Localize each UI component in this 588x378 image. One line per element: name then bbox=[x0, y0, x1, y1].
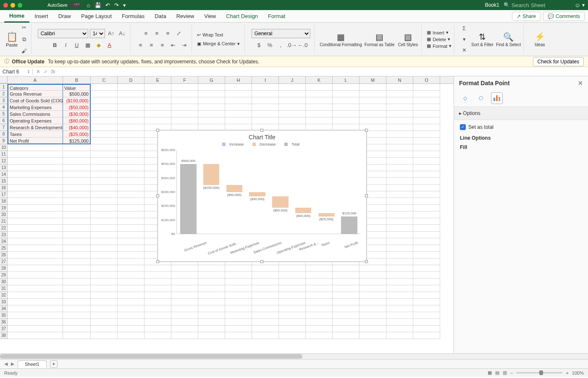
redo-icon[interactable]: ↷ bbox=[114, 2, 119, 8]
cell[interactable] bbox=[225, 305, 252, 312]
row-header[interactable]: 16 bbox=[0, 185, 8, 191]
cell[interactable] bbox=[144, 292, 171, 299]
cell[interactable] bbox=[413, 279, 440, 285]
cell[interactable] bbox=[63, 198, 91, 205]
row-header[interactable]: 36 bbox=[0, 319, 8, 326]
cell[interactable] bbox=[413, 225, 440, 232]
cell[interactable] bbox=[386, 191, 413, 198]
cell[interactable] bbox=[118, 299, 144, 305]
cell[interactable] bbox=[118, 238, 144, 245]
cell[interactable] bbox=[63, 292, 91, 299]
cell[interactable] bbox=[91, 319, 118, 326]
delete-cells-button[interactable]: ▦Delete▾ bbox=[427, 36, 452, 42]
zoom-level[interactable]: 100% bbox=[572, 370, 584, 375]
cell[interactable] bbox=[198, 305, 225, 312]
col-header[interactable]: B bbox=[63, 76, 91, 83]
chart-bar[interactable] bbox=[318, 213, 334, 216]
copy-icon[interactable]: ⧉ bbox=[19, 35, 29, 44]
cell[interactable] bbox=[171, 319, 198, 326]
clear-icon[interactable]: ✕ bbox=[459, 46, 469, 55]
cell[interactable] bbox=[118, 211, 144, 218]
cell[interactable] bbox=[198, 285, 225, 292]
cell[interactable] bbox=[63, 305, 91, 312]
cell[interactable] bbox=[225, 104, 252, 111]
col-header[interactable]: A bbox=[8, 76, 63, 83]
cell[interactable] bbox=[386, 178, 413, 185]
chart-plot-area[interactable]: $0$100,000$200,000$300,000$400,000$500,0… bbox=[176, 150, 360, 234]
cell[interactable] bbox=[118, 144, 144, 151]
cell[interactable] bbox=[91, 211, 118, 218]
cell[interactable] bbox=[386, 232, 413, 238]
format-painter-icon[interactable]: 🖌 bbox=[19, 47, 29, 56]
cell[interactable] bbox=[225, 326, 252, 332]
cell[interactable] bbox=[91, 138, 118, 144]
cell[interactable] bbox=[91, 198, 118, 205]
cell[interactable] bbox=[91, 292, 118, 299]
cell[interactable] bbox=[8, 332, 63, 339]
cell[interactable] bbox=[413, 144, 440, 151]
cell[interactable] bbox=[171, 117, 198, 124]
cell[interactable] bbox=[413, 299, 440, 305]
cell[interactable] bbox=[413, 178, 440, 185]
fill-color-icon[interactable]: ◆ bbox=[94, 41, 103, 50]
align-left-icon[interactable]: ≡ bbox=[136, 41, 145, 50]
cell[interactable] bbox=[118, 117, 144, 124]
cell[interactable] bbox=[306, 111, 333, 117]
cell[interactable] bbox=[63, 332, 91, 339]
comments-button[interactable]: 💬Comments bbox=[543, 12, 585, 21]
cell[interactable] bbox=[360, 265, 386, 272]
cell[interactable] bbox=[413, 258, 440, 265]
cell[interactable] bbox=[91, 285, 118, 292]
cell[interactable] bbox=[386, 91, 413, 97]
cell[interactable] bbox=[252, 117, 279, 124]
cell[interactable] bbox=[91, 144, 118, 151]
cell[interactable] bbox=[91, 111, 118, 117]
cell[interactable] bbox=[91, 164, 118, 171]
cell[interactable] bbox=[413, 117, 440, 124]
chart-bar[interactable] bbox=[295, 208, 311, 213]
cell[interactable] bbox=[91, 178, 118, 185]
row-header[interactable]: 31 bbox=[0, 285, 8, 292]
cell[interactable] bbox=[279, 312, 306, 319]
save-icon[interactable]: 💾 bbox=[94, 2, 101, 8]
cell[interactable] bbox=[386, 117, 413, 124]
resize-handle[interactable] bbox=[156, 129, 159, 132]
cell[interactable] bbox=[144, 265, 171, 272]
cell[interactable] bbox=[63, 218, 91, 225]
resize-handle[interactable] bbox=[260, 260, 263, 263]
cell[interactable] bbox=[144, 279, 171, 285]
feedback-icon[interactable]: ☺ bbox=[575, 2, 580, 8]
series-options-tab-icon[interactable] bbox=[491, 92, 503, 104]
cell[interactable] bbox=[171, 312, 198, 319]
col-header[interactable]: F bbox=[171, 76, 198, 83]
row-header[interactable]: 32 bbox=[0, 292, 8, 299]
cell[interactable] bbox=[333, 299, 360, 305]
cell[interactable] bbox=[306, 84, 333, 91]
tab-draw[interactable]: Draw bbox=[53, 10, 76, 22]
cell[interactable] bbox=[225, 272, 252, 279]
col-header[interactable]: H bbox=[225, 76, 252, 83]
cell[interactable] bbox=[413, 171, 440, 178]
cell[interactable] bbox=[386, 211, 413, 218]
cell[interactable] bbox=[413, 312, 440, 319]
decrease-font-icon[interactable]: A↓ bbox=[118, 29, 127, 38]
cell[interactable] bbox=[118, 332, 144, 339]
row-header[interactable]: 29 bbox=[0, 272, 8, 279]
col-header[interactable]: J bbox=[279, 76, 306, 83]
col-header[interactable]: C bbox=[91, 76, 118, 83]
cell[interactable] bbox=[118, 232, 144, 238]
cell[interactable] bbox=[386, 326, 413, 332]
cell[interactable] bbox=[386, 312, 413, 319]
cell[interactable] bbox=[118, 158, 144, 164]
cell[interactable] bbox=[144, 84, 171, 91]
cell[interactable] bbox=[8, 292, 63, 299]
toggle-icon[interactable] bbox=[69, 3, 81, 8]
enter-formula-icon[interactable]: ✓ bbox=[44, 69, 48, 75]
cell[interactable] bbox=[63, 151, 91, 158]
cell[interactable] bbox=[413, 211, 440, 218]
cell[interactable] bbox=[91, 232, 118, 238]
cell[interactable] bbox=[91, 305, 118, 312]
cell[interactable] bbox=[386, 279, 413, 285]
cell[interactable] bbox=[8, 225, 63, 232]
cell[interactable] bbox=[8, 164, 63, 171]
